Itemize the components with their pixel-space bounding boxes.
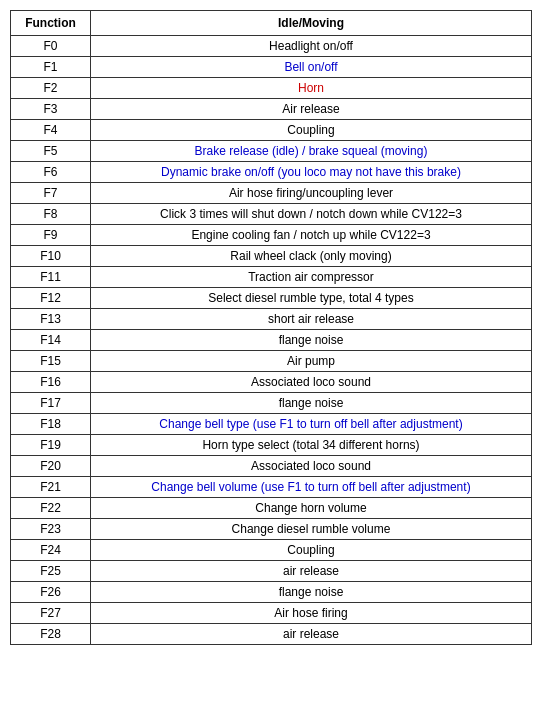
function-cell: F15 [11,351,91,372]
function-cell: F17 [11,393,91,414]
table-row: F11Traction air compressor [11,267,532,288]
function-cell: F28 [11,624,91,645]
function-cell: F14 [11,330,91,351]
function-cell: F9 [11,225,91,246]
description-cell: Air hose firing/uncoupling lever [91,183,532,204]
table-row: F15Air pump [11,351,532,372]
table-row: F3Air release [11,99,532,120]
description-cell: Horn type select (total 34 different hor… [91,435,532,456]
description-cell: Headlight on/off [91,36,532,57]
description-cell: Select diesel rumble type, total 4 types [91,288,532,309]
table-row: F13short air release [11,309,532,330]
table-row: F10Rail wheel clack (only moving) [11,246,532,267]
function-table: Function Idle/Moving F0Headlight on/offF… [10,10,532,645]
description-cell: flange noise [91,330,532,351]
description-cell: Change bell type (use F1 to turn off bel… [91,414,532,435]
function-cell: F22 [11,498,91,519]
table-row: F2Horn [11,78,532,99]
function-cell: F26 [11,582,91,603]
table-row: F25air release [11,561,532,582]
description-cell: Air pump [91,351,532,372]
description-cell: air release [91,561,532,582]
table-row: F12Select diesel rumble type, total 4 ty… [11,288,532,309]
function-cell: F8 [11,204,91,225]
table-row: F9Engine cooling fan / notch up while CV… [11,225,532,246]
description-cell: Air release [91,99,532,120]
description-cell: short air release [91,309,532,330]
description-cell: Associated loco sound [91,372,532,393]
function-cell: F0 [11,36,91,57]
function-cell: F19 [11,435,91,456]
table-row: F14flange noise [11,330,532,351]
table-row: F4Coupling [11,120,532,141]
description-cell: Brake release (idle) / brake squeal (mov… [91,141,532,162]
function-cell: F1 [11,57,91,78]
description-cell: flange noise [91,582,532,603]
description-cell: Change horn volume [91,498,532,519]
table-row: F28air release [11,624,532,645]
function-cell: F16 [11,372,91,393]
table-row: F20Associated loco sound [11,456,532,477]
table-row: F7Air hose firing/uncoupling lever [11,183,532,204]
function-cell: F11 [11,267,91,288]
function-cell: F23 [11,519,91,540]
table-row: F21Change bell volume (use F1 to turn of… [11,477,532,498]
description-cell: flange noise [91,393,532,414]
function-cell: F13 [11,309,91,330]
function-cell: F20 [11,456,91,477]
table-row: F17flange noise [11,393,532,414]
description-cell: Engine cooling fan / notch up while CV12… [91,225,532,246]
table-row: F6Dynamic brake on/off (you loco may not… [11,162,532,183]
function-cell: F7 [11,183,91,204]
function-cell: F24 [11,540,91,561]
table-row: F22Change horn volume [11,498,532,519]
function-cell: F3 [11,99,91,120]
description-cell: Bell on/off [91,57,532,78]
description-cell: Change diesel rumble volume [91,519,532,540]
function-cell: F2 [11,78,91,99]
header-function: Function [11,11,91,36]
function-cell: F5 [11,141,91,162]
table-row: F27Air hose firing [11,603,532,624]
description-cell: Click 3 times will shut down / notch dow… [91,204,532,225]
function-cell: F25 [11,561,91,582]
function-cell: F27 [11,603,91,624]
table-row: F23Change diesel rumble volume [11,519,532,540]
function-cell: F18 [11,414,91,435]
description-cell: Coupling [91,540,532,561]
header-idle-moving: Idle/Moving [91,11,532,36]
table-row: F26flange noise [11,582,532,603]
function-cell: F4 [11,120,91,141]
table-row: F16Associated loco sound [11,372,532,393]
table-row: F24Coupling [11,540,532,561]
table-row: F8Click 3 times will shut down / notch d… [11,204,532,225]
table-row: F18Change bell type (use F1 to turn off … [11,414,532,435]
description-cell: air release [91,624,532,645]
description-cell: Change bell volume (use F1 to turn off b… [91,477,532,498]
description-cell: Rail wheel clack (only moving) [91,246,532,267]
table-row: F5Brake release (idle) / brake squeal (m… [11,141,532,162]
function-cell: F6 [11,162,91,183]
function-cell: F21 [11,477,91,498]
description-cell: Horn [91,78,532,99]
table-row: F0Headlight on/off [11,36,532,57]
description-cell: Associated loco sound [91,456,532,477]
table-row: F1Bell on/off [11,57,532,78]
function-cell: F12 [11,288,91,309]
function-cell: F10 [11,246,91,267]
description-cell: Dynamic brake on/off (you loco may not h… [91,162,532,183]
description-cell: Traction air compressor [91,267,532,288]
description-cell: Coupling [91,120,532,141]
table-row: F19Horn type select (total 34 different … [11,435,532,456]
description-cell: Air hose firing [91,603,532,624]
